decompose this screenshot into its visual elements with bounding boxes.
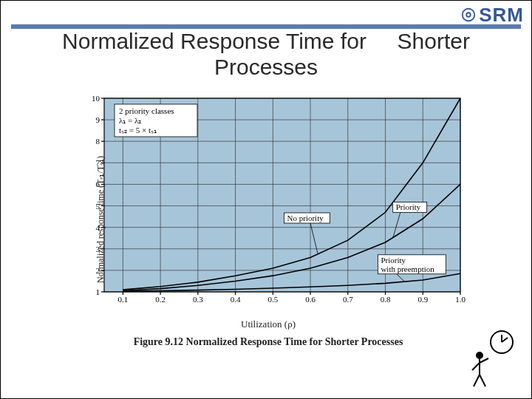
slide: SRM Normalized Response Time for Shorter… bbox=[0, 0, 532, 399]
svg-text:with preemption: with preemption bbox=[381, 265, 434, 273]
svg-line-85 bbox=[472, 363, 480, 370]
svg-text:1.0: 1.0 bbox=[455, 295, 466, 304]
svg-text:0.6: 0.6 bbox=[305, 295, 316, 304]
svg-text:0.4: 0.4 bbox=[231, 295, 241, 304]
title-right: Shorter bbox=[398, 29, 470, 53]
svg-point-1 bbox=[466, 13, 471, 17]
svg-text:0.7: 0.7 bbox=[343, 295, 353, 304]
y-axis-label: Normalized response time (Tᵣ₁/Tₛ₁) bbox=[95, 156, 106, 283]
title-line1: Normalized Response Time for bbox=[62, 29, 366, 53]
svg-text:Priority: Priority bbox=[396, 202, 421, 211]
svg-text:0.9: 0.9 bbox=[417, 295, 428, 304]
svg-text:2 priority classes: 2 priority classes bbox=[119, 106, 174, 115]
svg-text:8: 8 bbox=[96, 137, 100, 146]
svg-text:1: 1 bbox=[96, 287, 100, 296]
person-clock-icon bbox=[466, 329, 518, 388]
svg-line-86 bbox=[480, 358, 488, 363]
brand-text: SRM bbox=[479, 4, 524, 26]
x-axis-label: Utilization (ρ) bbox=[69, 318, 468, 330]
svg-point-81 bbox=[476, 352, 483, 359]
svg-text:10: 10 bbox=[92, 94, 100, 103]
svg-text:tₛ₂ = 5 × tₛ₁: tₛ₂ = 5 × tₛ₁ bbox=[119, 126, 157, 134]
svg-text:0.3: 0.3 bbox=[193, 295, 203, 304]
svg-text:No priority: No priority bbox=[287, 214, 324, 222]
svg-text:0.2: 0.2 bbox=[155, 295, 166, 304]
title-line2: Processes bbox=[214, 55, 318, 79]
svg-text:Priority: Priority bbox=[381, 256, 406, 265]
svg-text:9: 9 bbox=[96, 115, 100, 124]
chart-figure: Normalized response time (Tᵣ₁/Tₛ₁) 12345… bbox=[69, 91, 468, 348]
page-title: Normalized Response Time for Shorter Pro… bbox=[4, 29, 528, 80]
svg-text:0.5: 0.5 bbox=[267, 295, 278, 304]
svg-text:λ₁ = λ₂: λ₁ = λ₂ bbox=[119, 116, 141, 125]
svg-text:0.1: 0.1 bbox=[117, 295, 128, 304]
svg-line-83 bbox=[474, 375, 480, 386]
chart-svg: 123456789100.10.20.30.40.50.60.70.80.91.… bbox=[69, 91, 468, 313]
svg-line-84 bbox=[480, 375, 485, 386]
svg-point-0 bbox=[463, 8, 475, 21]
figure-caption: Figure 9.12 Normalized Response Time for… bbox=[69, 336, 468, 348]
svg-text:0.8: 0.8 bbox=[381, 295, 391, 304]
svg-line-80 bbox=[502, 338, 508, 342]
